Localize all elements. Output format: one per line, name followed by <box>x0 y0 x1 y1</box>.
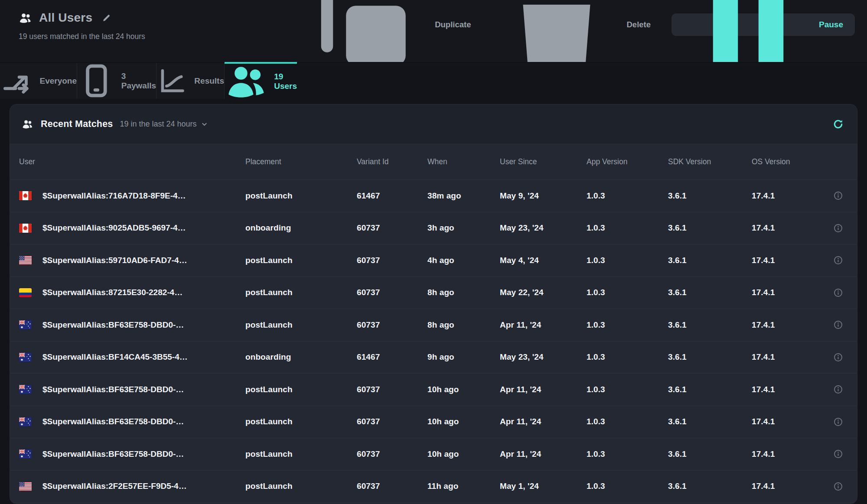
tab-bar: Everyone3 PaywallsResults19 Users <box>0 62 867 99</box>
cell-sdk-version: 3.6.1 <box>668 288 752 297</box>
duplicate-label: Duplicate <box>435 20 471 29</box>
title-row: All Users <box>19 10 111 26</box>
cell-placement: postLaunch <box>245 256 357 265</box>
phone-icon <box>77 62 116 100</box>
cell-variant-id: 60737 <box>357 417 427 426</box>
table-row[interactable]: $SuperwallAlias:BF63E758-DBD0-…postLaunc… <box>10 438 857 471</box>
table-row[interactable]: $SuperwallAlias:716A7D18-8F9E-4…postLaun… <box>10 180 857 212</box>
info-icon[interactable] <box>833 352 843 362</box>
cell-user: $SuperwallAlias:2F2E57EE-F9D5-4… <box>10 481 245 491</box>
cell-placement: postLaunch <box>245 385 357 394</box>
flag-ca-icon <box>19 224 32 233</box>
cell-when: 10h ago <box>427 449 500 459</box>
users-icon <box>19 11 32 25</box>
cell-when: 38m ago <box>427 191 500 201</box>
flag-au-icon <box>19 417 32 426</box>
tab-label: 19 Users <box>274 72 297 91</box>
cell-os-version: 17.4.1 <box>752 191 830 201</box>
info-icon[interactable] <box>833 255 843 265</box>
column-header-app-version: App Version <box>587 157 668 166</box>
refresh-icon[interactable] <box>832 118 844 130</box>
cell-placement: onboarding <box>245 223 357 233</box>
tab-paywalls[interactable]: 3 Paywalls <box>77 63 156 99</box>
cell-when: 8h ago <box>427 288 500 297</box>
table-row[interactable]: $SuperwallAlias:BF63E758-DBD0-…postLaunc… <box>10 406 857 439</box>
tab-everyone[interactable]: Everyone <box>0 63 77 99</box>
cell-info <box>830 288 857 298</box>
cell-user-since: Apr 11, '24 <box>500 417 587 426</box>
user-alias: $SuperwallAlias:2F2E57EE-F9D5-4… <box>42 481 187 491</box>
cell-placement: postLaunch <box>245 288 357 297</box>
delete-label: Delete <box>626 20 651 29</box>
info-icon[interactable] <box>833 288 843 298</box>
cell-info <box>830 352 857 362</box>
cell-info <box>830 255 857 265</box>
cell-user-since: May 4, '24 <box>500 256 587 265</box>
cell-user-since: May 9, '24 <box>500 191 587 201</box>
cell-user: $SuperwallAlias:9025ADB5-9697-4… <box>10 223 245 233</box>
cell-info <box>830 449 857 459</box>
cell-user-since: May 1, '24 <box>500 481 587 491</box>
table-header-row: UserPlacementVariant IdWhenUser SinceApp… <box>10 144 857 180</box>
cell-variant-id: 60737 <box>357 385 427 394</box>
tab-results[interactable]: Results <box>156 63 225 99</box>
page-title: All Users <box>39 11 92 25</box>
cell-info <box>830 384 857 394</box>
info-icon[interactable] <box>833 417 843 427</box>
edit-pencil-icon[interactable] <box>102 13 111 23</box>
user-alias: $SuperwallAlias:BF63E758-DBD0-… <box>42 385 184 394</box>
cell-os-version: 17.4.1 <box>752 256 830 265</box>
panel-title: Recent Matches <box>41 119 113 130</box>
table-row[interactable]: $SuperwallAlias:9025ADB5-9697-4…onboardi… <box>10 212 857 245</box>
matched-users-subtitle: 19 users matched in the last 24 hours <box>19 32 145 41</box>
info-icon[interactable] <box>833 449 843 459</box>
cell-user: $SuperwallAlias:BF63E758-DBD0-… <box>10 449 245 459</box>
recent-matches-header: Recent Matches 19 in the last 24 hours <box>10 104 857 144</box>
cell-os-version: 17.4.1 <box>752 288 830 297</box>
users-icon <box>22 118 33 130</box>
info-icon[interactable] <box>833 223 843 233</box>
column-header-when: When <box>427 157 500 166</box>
cell-sdk-version: 3.6.1 <box>668 481 752 491</box>
cell-sdk-version: 3.6.1 <box>668 385 752 394</box>
header-actions: Duplicate Delete Pause <box>300 13 855 36</box>
table-row[interactable]: $SuperwallAlias:BF63E758-DBD0-…postLaunc… <box>10 309 857 341</box>
cell-os-version: 17.4.1 <box>752 223 830 233</box>
info-icon[interactable] <box>833 320 843 330</box>
top-bar: All Users 19 users matched in the last 2… <box>0 0 867 62</box>
cell-user-since: May 23, '24 <box>500 352 587 362</box>
split-arrow-icon <box>0 64 34 98</box>
tab-label: Everyone <box>39 76 77 86</box>
cell-sdk-version: 3.6.1 <box>668 256 752 265</box>
flag-au-icon <box>19 353 32 362</box>
column-header-user: User <box>10 157 245 166</box>
cell-os-version: 17.4.1 <box>752 320 830 330</box>
table-row[interactable]: $SuperwallAlias:BF14CA45-3B55-4…onboardi… <box>10 341 857 374</box>
cell-app-version: 1.0.3 <box>587 481 668 491</box>
cell-when: 3h ago <box>427 223 500 233</box>
info-icon[interactable] <box>833 191 843 201</box>
cell-app-version: 1.0.3 <box>587 449 668 459</box>
cell-app-version: 1.0.3 <box>587 288 668 297</box>
pause-button[interactable]: Pause <box>671 13 855 36</box>
info-icon[interactable] <box>833 384 843 394</box>
user-alias: $SuperwallAlias:59710AD6-FAD7-4… <box>42 256 187 265</box>
recent-matches-card: Recent Matches 19 in the last 24 hours U… <box>10 104 857 504</box>
table-row[interactable]: $SuperwallAlias:2F2E57EE-F9D5-4…postLaun… <box>10 471 857 503</box>
cell-variant-id: 60737 <box>357 288 427 297</box>
cell-app-version: 1.0.3 <box>587 352 668 362</box>
table-row[interactable]: $SuperwallAlias:87215E30-2282-4…postLaun… <box>10 277 857 309</box>
flag-ca-icon <box>19 191 32 200</box>
cell-sdk-version: 3.6.1 <box>668 417 752 426</box>
cell-user-since: Apr 11, '24 <box>500 449 587 459</box>
cell-user: $SuperwallAlias:716A7D18-8F9E-4… <box>10 191 245 201</box>
cell-os-version: 17.4.1 <box>752 481 830 491</box>
table-row[interactable]: $SuperwallAlias:BF63E758-DBD0-…postLaunc… <box>10 374 857 406</box>
tab-users[interactable]: 19 Users <box>225 62 297 99</box>
info-icon[interactable] <box>833 481 843 491</box>
cell-info <box>830 417 857 427</box>
cell-variant-id: 61467 <box>357 191 427 201</box>
table-row[interactable]: $SuperwallAlias:59710AD6-FAD7-4…postLaun… <box>10 244 857 277</box>
cell-placement: postLaunch <box>245 191 357 201</box>
time-range-filter[interactable]: 19 in the last 24 hours <box>120 120 208 129</box>
